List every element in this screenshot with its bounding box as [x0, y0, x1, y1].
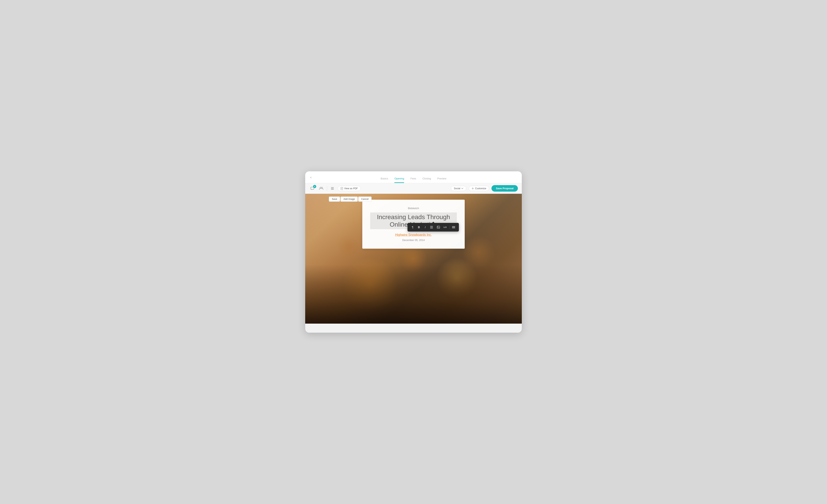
format-toolbar: ¶ B I	[407, 223, 459, 231]
svg-rect-4	[331, 188, 334, 189]
view-as-pdf-button[interactable]: View as PDF	[338, 186, 361, 191]
top-nav: ‹ Basics Opening Fees Closing Preview	[305, 171, 522, 183]
card-date: December 05, 2014	[370, 239, 457, 241]
users-icon	[319, 187, 323, 190]
editor-actions: Save Add Image Cancel	[329, 197, 372, 202]
customize-icon	[472, 187, 474, 190]
format-link-button[interactable]	[442, 224, 448, 230]
svg-rect-6	[341, 187, 343, 190]
format-more-button[interactable]	[451, 224, 456, 230]
svg-rect-13	[452, 226, 455, 227]
pdf-icon	[341, 187, 343, 190]
image-format-icon	[437, 226, 440, 229]
customize-button[interactable]: Customize	[469, 186, 489, 191]
tab-preview[interactable]: Preview	[437, 177, 446, 183]
svg-rect-8	[430, 226, 433, 226]
cancel-edit-button[interactable]: Cancel	[358, 197, 371, 202]
link-format-icon	[444, 226, 447, 228]
svg-rect-14	[452, 227, 455, 227]
format-bold-button[interactable]: B	[416, 224, 422, 230]
svg-rect-11	[437, 226, 440, 228]
svg-rect-9	[430, 227, 433, 227]
format-list-button[interactable]	[429, 224, 435, 230]
list-format-icon	[430, 226, 433, 228]
main-content: Save Add Image Cancel Bidsketch Increasi…	[305, 194, 522, 324]
format-paragraph-button[interactable]: ¶	[410, 224, 416, 230]
save-proposal-button[interactable]: Save Proposal	[491, 185, 518, 191]
svg-rect-15	[452, 228, 455, 228]
tab-closing[interactable]: Closing	[422, 177, 431, 183]
tab-opening[interactable]: Opening	[394, 177, 404, 183]
list-icon	[331, 187, 334, 190]
badge-count: 0	[313, 185, 316, 188]
app-window: ‹ Basics Opening Fees Closing Preview 0	[305, 171, 522, 333]
svg-rect-5	[331, 189, 334, 190]
list-button[interactable]	[329, 186, 335, 191]
background-photo: Save Add Image Cancel Bidsketch Increasi…	[305, 194, 522, 324]
card-client[interactable]: Highwire Snowboards Inc.	[370, 233, 457, 237]
svg-point-12	[438, 226, 438, 227]
card-company: Bidsketch	[370, 207, 457, 210]
save-edit-button[interactable]: Save	[329, 197, 340, 202]
format-image-button[interactable]	[436, 224, 441, 230]
add-image-button[interactable]: Add Image	[340, 197, 358, 202]
svg-rect-3	[331, 187, 334, 188]
comments-button[interactable]: 0	[309, 186, 315, 191]
nav-tabs: Basics Opening Fees Closing Preview	[381, 177, 446, 183]
users-button[interactable]	[318, 186, 325, 191]
svg-point-7	[472, 188, 473, 189]
toolbar: 0 View as PDF	[305, 183, 522, 194]
social-button[interactable]: Social	[451, 186, 466, 191]
chevron-down-icon	[461, 188, 463, 189]
format-italic-button[interactable]: I	[423, 224, 428, 230]
tab-basics[interactable]: Basics	[381, 177, 388, 183]
more-format-icon	[452, 226, 455, 228]
svg-rect-10	[430, 228, 433, 228]
tab-fees[interactable]: Fees	[410, 177, 416, 183]
back-button[interactable]: ‹	[309, 174, 313, 180]
people-overlay	[305, 265, 522, 324]
